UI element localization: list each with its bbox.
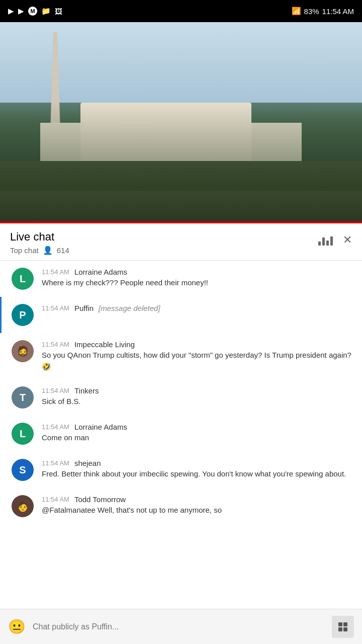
- live-chat-panel: Live chat Top chat 👤 614 ✕ L: [0, 223, 362, 559]
- message-time: 11:54 AM: [42, 341, 69, 348]
- play-icon: ▶: [8, 7, 14, 16]
- chat-subtitle: Top chat 👤 614: [10, 246, 69, 255]
- message-author: Impeccable Living: [74, 340, 135, 349]
- message-meta: 11:54 AM shejean: [42, 459, 352, 467]
- svg-rect-2: [338, 627, 342, 631]
- message-time: 11:54 AM: [42, 496, 69, 503]
- video-player[interactable]: [0, 22, 362, 223]
- message-text: Sick of B.S.: [42, 396, 352, 408]
- chat-message: L 11:54 AM Lorraine Adams Come on man: [0, 416, 362, 452]
- message-meta: 11:54 AM Lorraine Adams: [42, 423, 352, 431]
- svg-rect-3: [343, 627, 347, 631]
- message-meta: 11:54 AM Todd Tomorrow: [42, 495, 352, 504]
- message-author: shejean: [74, 459, 101, 467]
- chat-message: 🧑 11:54 AM Todd Tomorrow @Fatalmanatee W…: [0, 488, 362, 524]
- message-content: 11:54 AM Lorraine Adams Come on man: [42, 423, 352, 444]
- message-meta: 11:54 AM Lorraine Adams: [42, 268, 352, 276]
- m-icon: M: [28, 7, 37, 16]
- message-text: @Fatalmanatee Well, that's not up to me …: [42, 505, 352, 516]
- send-button[interactable]: [332, 616, 354, 638]
- chat-input-bar: 😐: [0, 609, 362, 644]
- message-author: Puffin: [74, 304, 94, 312]
- chat-message: P 11:54 AM Puffin [message deleted]: [0, 297, 362, 333]
- chat-header: Live chat Top chat 👤 614 ✕: [0, 223, 362, 255]
- message-text: Come on man: [42, 432, 352, 444]
- chat-message: 🧔 11:54 AM Impeccable Living So you QAno…: [0, 333, 362, 379]
- avatar: L: [12, 423, 34, 445]
- message-text: Fred. Better think about your imbecilic …: [42, 468, 352, 480]
- svg-rect-1: [343, 622, 347, 626]
- message-time: 11:54 AM: [42, 387, 69, 394]
- chat-header-actions: ✕: [318, 230, 352, 247]
- message-content: 11:54 AM Tinkers Sick of B.S.: [42, 386, 352, 408]
- avatar: T: [12, 386, 34, 409]
- message-author: Tinkers: [74, 386, 99, 395]
- message-content: 11:54 AM Puffin [message deleted]: [42, 304, 352, 312]
- status-bar-right: 📶 83% 11:54 AM: [292, 7, 354, 16]
- status-bar: ▶ ▶ M 📁 🖼 📶 83% 11:54 AM: [0, 0, 362, 22]
- message-content: 11:54 AM Todd Tomorrow @Fatalmanatee Wel…: [42, 495, 352, 516]
- viewers-icon: 👤: [43, 246, 53, 255]
- message-text: Where is my check??? People need their m…: [42, 277, 352, 289]
- close-button[interactable]: ✕: [343, 233, 352, 247]
- chat-header-left: Live chat Top chat 👤 614: [10, 230, 69, 255]
- message-meta: 11:54 AM Impeccable Living: [42, 340, 352, 349]
- message-author: Todd Tomorrow: [74, 495, 126, 504]
- folder-icon: 📁: [41, 7, 51, 16]
- battery-text: 83%: [304, 7, 319, 16]
- message-meta: 11:54 AM Puffin [message deleted]: [42, 304, 352, 312]
- message-time: 11:54 AM: [42, 304, 69, 312]
- message-text: So you QAnon Trump cultists, how did you…: [42, 350, 352, 372]
- message-content: 11:54 AM Impeccable Living So you QAnon …: [42, 340, 352, 372]
- message-time: 11:54 AM: [42, 423, 69, 431]
- youtube-icon: ▶: [18, 7, 24, 16]
- wifi-icon: 📶: [292, 7, 301, 16]
- message-meta: 11:54 AM Tinkers: [42, 386, 352, 395]
- chat-input[interactable]: [33, 622, 325, 631]
- avatar: P: [12, 304, 34, 326]
- avatar: L: [12, 268, 34, 290]
- avatar: 🧔: [12, 340, 34, 362]
- viewers-count: 614: [57, 246, 69, 255]
- image-icon: 🖼: [55, 7, 62, 16]
- message-author: Lorraine Adams: [74, 268, 127, 276]
- emoji-button[interactable]: 😐: [8, 618, 26, 635]
- chat-title: Live chat: [10, 230, 69, 244]
- message-content: 11:54 AM Lorraine Adams Where is my chec…: [42, 268, 352, 289]
- avatar: 🧑: [12, 495, 34, 517]
- message-author: Lorraine Adams: [74, 423, 127, 431]
- chat-messages: L 11:54 AM Lorraine Adams Where is my ch…: [0, 261, 362, 524]
- status-bar-left: ▶ ▶ M 📁 🖼: [8, 7, 62, 16]
- chat-message: L 11:54 AM Lorraine Adams Where is my ch…: [0, 261, 362, 297]
- time-display: 11:54 AM: [322, 7, 354, 16]
- avatar: S: [12, 459, 34, 481]
- equalizer-button[interactable]: [318, 234, 333, 246]
- svg-rect-0: [338, 622, 342, 626]
- message-time: 11:54 AM: [42, 459, 69, 467]
- chat-message: T 11:54 AM Tinkers Sick of B.S.: [0, 379, 362, 416]
- message-deleted-label: [message deleted]: [99, 304, 160, 312]
- chat-message: S 11:54 AM shejean Fred. Better think ab…: [0, 452, 362, 488]
- top-chat-label[interactable]: Top chat: [10, 246, 39, 255]
- message-content: 11:54 AM shejean Fred. Better think abou…: [42, 459, 352, 480]
- message-time: 11:54 AM: [42, 268, 69, 276]
